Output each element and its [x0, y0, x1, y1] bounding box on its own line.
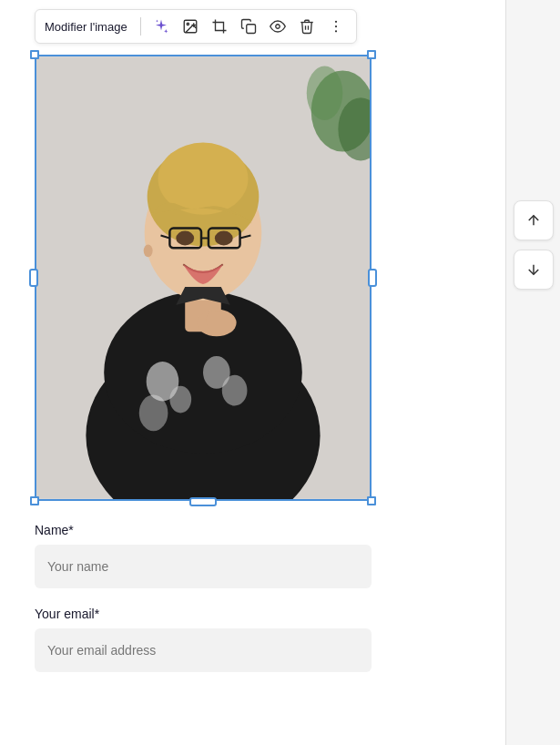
svg-rect-4 [246, 25, 255, 34]
svg-point-6 [335, 21, 337, 23]
resize-handle-br[interactable] [367, 496, 376, 505]
photo-content [36, 56, 370, 499]
resize-handle-mid-right[interactable] [368, 269, 377, 287]
email-field: Your email* [35, 607, 471, 672]
name-field: Name* [35, 523, 471, 588]
svg-point-30 [215, 231, 233, 246]
trash-icon [299, 18, 315, 35]
crop-icon [211, 18, 228, 35]
svg-point-31 [144, 244, 153, 257]
arrow-down-icon [525, 261, 542, 278]
move-down-button[interactable] [514, 250, 554, 290]
duplicate-icon [240, 18, 257, 35]
selected-image[interactable] [35, 55, 372, 501]
svg-point-16 [169, 386, 191, 413]
move-up-button[interactable] [514, 200, 554, 240]
sparkle-icon [153, 18, 169, 35]
resize-handle-mid-bottom[interactable] [189, 497, 217, 506]
svg-point-29 [176, 231, 194, 246]
name-input[interactable] [35, 545, 372, 588]
more-options-icon [328, 18, 344, 35]
side-panel [505, 0, 560, 745]
image-toolbar: Modifier l'image [35, 9, 357, 44]
svg-point-12 [307, 66, 343, 120]
delete-button[interactable] [296, 15, 318, 37]
name-label: Name* [35, 523, 471, 537]
svg-point-18 [222, 375, 248, 406]
svg-point-19 [139, 395, 168, 432]
svg-point-5 [275, 25, 280, 29]
svg-point-1 [187, 23, 188, 25]
resize-handle-tr[interactable] [367, 50, 376, 59]
ai-enhance-button[interactable] [150, 15, 172, 37]
more-options-button[interactable] [325, 15, 347, 37]
toolbar-divider [140, 17, 141, 36]
svg-point-7 [335, 26, 337, 27]
toolbar-label: Modifier l'image [45, 20, 127, 34]
add-image-button[interactable] [179, 15, 201, 37]
resize-handle-bl[interactable] [30, 496, 39, 505]
duplicate-button[interactable] [238, 15, 260, 37]
eye-icon [270, 18, 286, 35]
resize-handle-tl[interactable] [30, 50, 39, 59]
email-input[interactable] [35, 628, 372, 672]
svg-point-8 [335, 30, 337, 32]
add-image-icon [182, 18, 199, 35]
resize-handle-mid-left[interactable] [29, 269, 38, 287]
image-wrapper [35, 55, 372, 501]
arrow-up-icon [525, 212, 542, 229]
preview-button[interactable] [267, 15, 289, 37]
crop-button[interactable] [209, 15, 230, 37]
email-label: Your email* [35, 607, 471, 621]
form-section: Name* Your email* [0, 501, 505, 709]
